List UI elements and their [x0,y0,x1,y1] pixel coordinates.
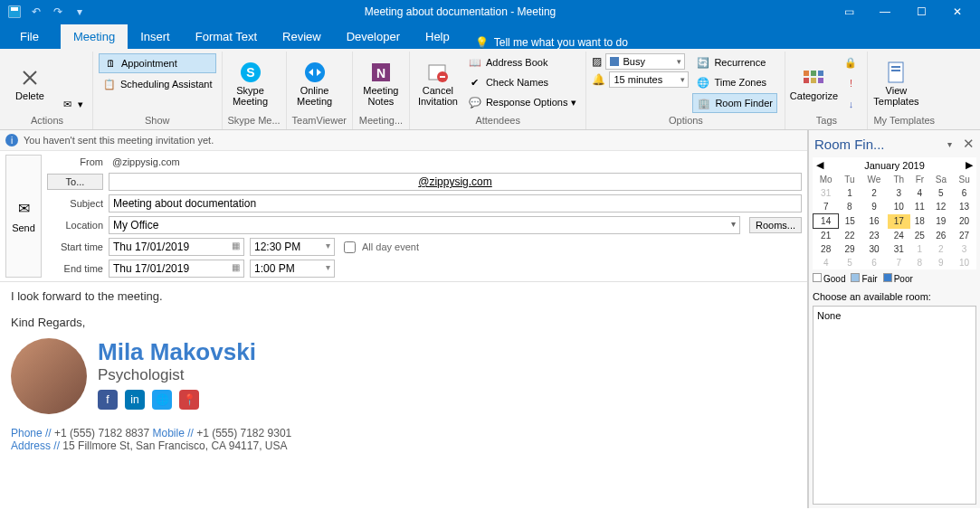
forward-dropdown[interactable]: ✉▾ [56,95,87,113]
body-line1: I look forward to the meeting. [11,289,796,303]
appointment-button[interactable]: 🗓Appointment [99,53,216,73]
check-icon: ✔ [468,75,482,90]
info-icon: i [5,134,18,146]
subject-field[interactable]: Meeting about documentation [109,194,802,212]
svg-rect-3 [11,7,18,11]
tell-me-search[interactable]: 💡 Tell me what you want to do [462,36,641,49]
minimize-button[interactable]: — [868,3,902,21]
time-zones-button[interactable]: 🌐Time Zones [692,73,777,91]
private-button[interactable]: 🔒 [840,53,861,71]
recurrence-icon: 🔄 [696,55,710,70]
send-button[interactable]: ✉ Send [5,155,42,278]
teamviewer-icon [302,60,328,85]
location-field[interactable]: My Office▾ [109,216,740,234]
room-icon: 🏢 [697,96,711,110]
low-importance-button[interactable]: ↓ [840,95,861,113]
message-body[interactable]: I look forward to the meeting. Kind Rega… [0,281,807,508]
reminder-dropdown[interactable]: 15 minutes [609,71,689,88]
menu-review[interactable]: Review [270,24,334,49]
room-finder-button[interactable]: 🏢Room Finder [692,93,777,113]
end-date-field[interactable]: Thu 17/01/2019 [109,260,244,278]
redo-icon[interactable]: ↷ [49,3,67,21]
facebook-icon[interactable]: f [98,390,118,410]
maximize-button[interactable]: ☐ [904,3,938,21]
tell-me-label: Tell me what you want to do [494,36,628,49]
menu-bar: File Meeting Insert Format Text Review D… [0,24,980,49]
svg-rect-16 [818,78,823,83]
reminder-icon: 🔔 [592,73,605,86]
subject-label: Subject [47,198,103,209]
calendar-table[interactable]: MoTuWeThFrSaSu 3112345678910111213141516… [813,173,976,269]
close-button[interactable]: ✕ [940,3,975,21]
menu-format-text[interactable]: Format Text [183,24,270,49]
send-label: Send [12,222,35,233]
meeting-notes-button[interactable]: NMeeting Notes [358,53,404,113]
high-importance-icon: ! [843,76,858,90]
show-as-dropdown[interactable]: Busy [605,53,685,70]
quick-access-toolbar: ↶ ↷ ▾ [5,3,89,21]
lock-icon: 🔒 [843,55,858,70]
svg-rect-17 [889,62,903,82]
room-list[interactable]: None [813,306,976,505]
categorize-button[interactable]: Categorize [791,53,836,113]
address-book-button[interactable]: 📖Address Book [464,53,581,71]
prev-month-button[interactable]: ◀ [816,159,823,171]
group-show: 🗓Appointment 📋Scheduling Assistant Show [93,52,223,129]
cancel-invitation-button[interactable]: Cancel Invitation [415,53,461,113]
group-skype: SSkype Meeting Skype Me... [223,52,287,129]
start-time-field[interactable]: 12:30 PM [250,238,335,256]
svg-rect-19 [891,70,900,71]
next-month-button[interactable]: ▶ [966,159,973,171]
pane-options-icon[interactable]: ▾ [947,139,952,149]
window-title: Meeting about documentation - Meeting [89,5,832,18]
window-controls: ▭ — ☐ ✕ [832,3,975,21]
menu-file[interactable]: File [7,24,52,49]
group-actions: Delete ✉▾ Actions [2,52,93,129]
svg-rect-15 [811,78,816,83]
start-date-field[interactable]: Thu 17/01/2019 [109,238,244,256]
svg-text:S: S [246,65,254,80]
website-icon[interactable]: 🌐 [152,390,172,410]
onenote-icon: N [368,60,394,85]
to-button[interactable]: To... [47,174,103,190]
group-tags: Categorize 🔒 ! ↓ Tags [785,52,868,129]
from-value: @zippysig.com [109,155,802,169]
scheduling-assistant-button[interactable]: 📋Scheduling Assistant [99,75,216,93]
linkedin-icon[interactable]: in [125,390,145,410]
avatar [11,338,87,414]
rooms-button[interactable]: Rooms... [749,217,802,233]
high-importance-button[interactable]: ! [840,74,861,92]
low-importance-icon: ↓ [843,97,858,111]
body-line2: Kind Regards, [11,316,796,329]
online-meeting-button[interactable]: Online Meeting [292,53,338,113]
skype-icon: S [238,60,263,85]
undo-icon[interactable]: ↶ [27,3,45,21]
send-icon: ✉ [18,200,30,217]
menu-insert[interactable]: Insert [128,24,183,49]
delete-button[interactable]: Delete [7,53,52,113]
skype-meeting-button[interactable]: SSkype Meeting [228,53,273,113]
info-bar: i You haven't sent this meeting invitati… [0,130,807,151]
svg-text:N: N [376,66,385,80]
to-field[interactable]: @zippysig.com [109,173,802,191]
forward-icon: ✉ [60,97,74,111]
cancel-icon [425,60,451,85]
menu-help[interactable]: Help [413,24,462,49]
chevron-down-icon[interactable]: ▾ [71,3,89,21]
view-templates-button[interactable]: View Templates [873,53,918,113]
signature-title: Psychologist [98,366,256,384]
map-pin-icon[interactable]: 📍 [179,390,199,410]
end-time-field[interactable]: 1:00 PM [250,260,335,278]
menu-developer[interactable]: Developer [334,24,413,49]
all-day-checkbox[interactable]: All day event [340,239,419,256]
pane-close-icon[interactable]: ✕ [963,136,975,152]
svg-point-6 [305,62,325,82]
recurrence-button[interactable]: 🔄Recurrence [692,53,777,71]
response-options-button[interactable]: 💬Response Options ▾ [464,93,581,111]
check-names-button[interactable]: ✔Check Names [464,73,581,91]
ribbon-options-icon[interactable]: ▭ [832,3,866,21]
group-my-templates: View Templates My Templates [868,52,940,129]
menu-meeting[interactable]: Meeting [61,24,128,49]
save-icon[interactable] [5,3,24,21]
svg-rect-13 [818,71,823,76]
